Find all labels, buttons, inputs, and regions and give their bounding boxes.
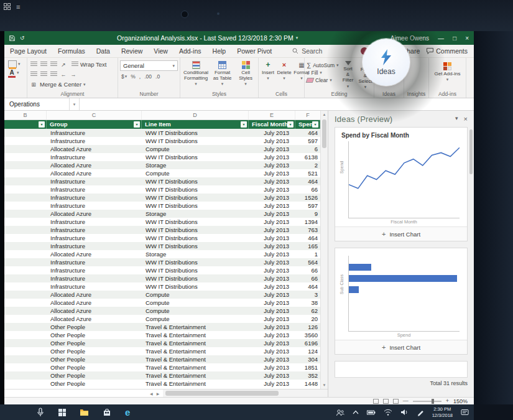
cell[interactable]: Other People bbox=[47, 331, 142, 339]
sheet-scroll-left-icon[interactable]: ◀ bbox=[150, 391, 153, 396]
cell[interactable] bbox=[4, 210, 47, 218]
cell[interactable] bbox=[4, 226, 47, 234]
cell[interactable]: July 2013 bbox=[249, 282, 295, 291]
cell[interactable] bbox=[4, 242, 47, 250]
edge-browser-icon[interactable]: e bbox=[125, 408, 130, 417]
action-center-icon[interactable] bbox=[461, 409, 469, 416]
increase-decimal-button[interactable]: .00 bbox=[143, 73, 153, 80]
cell[interactable]: Allocated Azure bbox=[47, 145, 142, 153]
panel-scrollbar-thumb[interactable] bbox=[469, 129, 473, 174]
cell[interactable]: July 2013 bbox=[249, 210, 295, 218]
cell[interactable]: Storage bbox=[142, 161, 249, 169]
cell[interactable]: 66 bbox=[295, 185, 320, 194]
cell-styles-button[interactable]: Cell Styles▾ bbox=[235, 60, 256, 90]
cell[interactable]: July 2013 bbox=[249, 185, 295, 194]
decrease-decimal-button[interactable]: .0 bbox=[154, 73, 161, 80]
conditional-formatting-button[interactable]: Conditional Formatting▾ bbox=[182, 60, 210, 90]
view-page-layout-icon[interactable] bbox=[383, 399, 389, 404]
cell[interactable]: Infrastructure bbox=[47, 153, 142, 161]
cell[interactable]: Travel & Entertainment bbox=[142, 380, 249, 388]
merge-center-button[interactable]: ⊞ Merge & Center ▾ bbox=[29, 80, 86, 88]
cell[interactable]: Infrastructure bbox=[47, 129, 142, 137]
filter-icon[interactable]: ▾ bbox=[39, 121, 45, 128]
cell[interactable]: WW IT Distributions bbox=[142, 185, 249, 194]
cell[interactable]: Compute bbox=[142, 307, 249, 315]
scroll-up-icon[interactable]: ▲ bbox=[321, 111, 328, 118]
cell[interactable]: July 2013 bbox=[249, 234, 295, 242]
cell[interactable]: 3 bbox=[295, 291, 320, 299]
align-center-icon[interactable] bbox=[39, 70, 48, 78]
comments-button[interactable]: Comments bbox=[427, 47, 468, 55]
cell[interactable]: 20 bbox=[295, 315, 320, 323]
cell[interactable]: 1526 bbox=[295, 194, 320, 202]
cell[interactable]: WW IT Distributions bbox=[142, 202, 249, 210]
cell[interactable]: 464 bbox=[295, 234, 320, 242]
zoom-slider[interactable] bbox=[413, 401, 441, 402]
cell[interactable]: July 2013 bbox=[249, 218, 295, 226]
microphone-icon[interactable] bbox=[36, 408, 45, 417]
panel-chevron-down-icon[interactable]: ▾ bbox=[455, 115, 458, 123]
wrap-text-button[interactable]: Wrap Text bbox=[72, 61, 106, 68]
increase-indent-icon[interactable]: → bbox=[69, 70, 78, 78]
cell[interactable]: Infrastructure bbox=[47, 242, 142, 250]
cell[interactable]: WW IT Distributions bbox=[142, 194, 249, 202]
cell[interactable]: July 2013 bbox=[249, 161, 295, 169]
cell[interactable]: Storage bbox=[142, 210, 249, 218]
cell[interactable]: 304 bbox=[295, 355, 320, 363]
orientation-icon[interactable]: ↗ bbox=[59, 60, 68, 68]
cell[interactable]: Other People bbox=[47, 363, 142, 371]
cell[interactable] bbox=[4, 347, 47, 355]
cell[interactable]: July 2013 bbox=[249, 226, 295, 234]
font-color-icon[interactable]: A bbox=[8, 70, 16, 76]
cell[interactable]: Other People bbox=[47, 339, 142, 347]
panel-close-icon[interactable]: × bbox=[464, 115, 468, 123]
start-button[interactable] bbox=[58, 409, 66, 416]
zoom-out-button[interactable]: — bbox=[403, 398, 409, 404]
cell[interactable]: July 2013 bbox=[249, 258, 295, 266]
cell[interactable]: 126 bbox=[295, 323, 320, 331]
cell[interactable]: July 2013 bbox=[249, 202, 295, 210]
cell[interactable] bbox=[4, 137, 47, 145]
cell[interactable] bbox=[4, 355, 47, 363]
name-box[interactable]: Operations bbox=[4, 98, 70, 110]
tab-review[interactable]: Review bbox=[116, 45, 148, 57]
cell[interactable]: 464 bbox=[295, 177, 320, 185]
cell[interactable]: Allocated Azure bbox=[47, 307, 142, 315]
cell[interactable] bbox=[4, 323, 47, 331]
view-normal-icon[interactable] bbox=[373, 399, 379, 404]
cell[interactable] bbox=[4, 339, 47, 347]
cell[interactable] bbox=[4, 282, 47, 291]
cell[interactable]: Compute bbox=[142, 315, 249, 323]
fill-color-icon[interactable] bbox=[8, 60, 17, 68]
tab-page-layout[interactable]: Page Layout bbox=[4, 45, 52, 57]
cell[interactable]: Infrastructure bbox=[47, 266, 142, 274]
cell[interactable] bbox=[4, 169, 47, 177]
cell[interactable]: Infrastructure bbox=[47, 185, 142, 194]
cell[interactable]: 597 bbox=[295, 137, 320, 145]
tab-data[interactable]: Data bbox=[91, 45, 116, 57]
undo-icon[interactable]: ↺ bbox=[20, 35, 25, 41]
cell[interactable]: 3560 bbox=[295, 331, 320, 339]
cell[interactable]: Compute bbox=[142, 299, 249, 307]
cell[interactable]: WW IT Distributions bbox=[142, 234, 249, 242]
cell[interactable] bbox=[4, 153, 47, 161]
comma-format-button[interactable]: , bbox=[138, 73, 142, 80]
cell[interactable] bbox=[4, 258, 47, 266]
cell[interactable]: 1851 bbox=[295, 363, 320, 371]
cell[interactable]: July 2013 bbox=[249, 363, 295, 371]
people-icon[interactable] bbox=[336, 409, 344, 416]
cell[interactable]: 597 bbox=[295, 202, 320, 210]
cell[interactable]: 2 bbox=[295, 161, 320, 169]
cell[interactable] bbox=[4, 129, 47, 137]
sheet-scroll-right-icon[interactable]: ▶ bbox=[157, 391, 160, 396]
cell[interactable] bbox=[4, 266, 47, 274]
cell[interactable]: July 2013 bbox=[249, 299, 295, 307]
cell[interactable]: 38 bbox=[295, 299, 320, 307]
delete-cells-button[interactable]: × Delete▾ bbox=[276, 60, 292, 90]
cell[interactable]: 464 bbox=[295, 129, 320, 137]
cell[interactable]: Infrastructure bbox=[47, 202, 142, 210]
cell[interactable]: Travel & Entertainment bbox=[142, 347, 249, 355]
cell[interactable]: Infrastructure bbox=[47, 258, 142, 266]
zoom-level[interactable]: 150% bbox=[453, 398, 468, 404]
cell[interactable]: 66 bbox=[295, 266, 320, 274]
